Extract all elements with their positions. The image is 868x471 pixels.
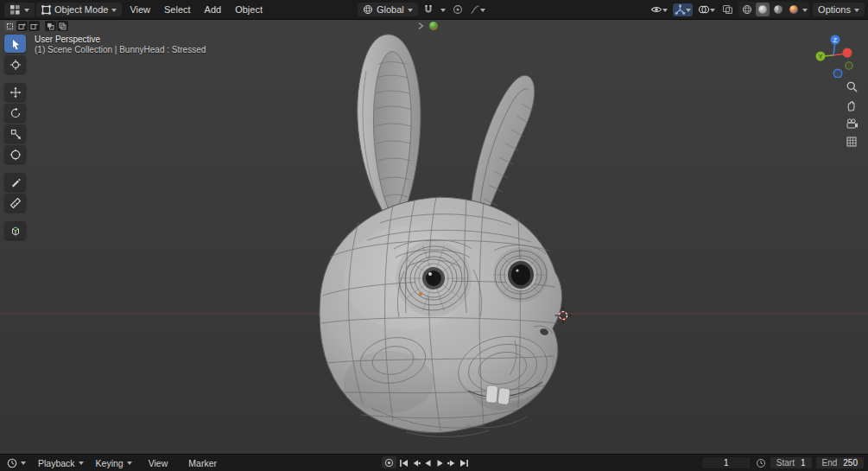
select-mode-intersect-button[interactable] — [57, 21, 68, 31]
current-frame-field[interactable]: 1 — [701, 456, 751, 469]
shading-solid-icon — [757, 4, 768, 15]
start-value: 1 — [801, 458, 806, 468]
editor-type-button[interactable] — [4, 3, 35, 17]
proportional-edit-toggle[interactable] — [451, 3, 465, 16]
prev-keyframe-button[interactable] — [410, 457, 421, 468]
play-reverse-button[interactable] — [422, 457, 434, 468]
jump-to-start-button[interactable] — [398, 457, 409, 468]
tool-transform-button[interactable] — [4, 145, 26, 163]
shading-rendered-icon — [789, 4, 799, 15]
gizmo-y-negative[interactable] — [846, 62, 852, 69]
chevron-down-icon — [21, 461, 26, 465]
header-extra-icons — [417, 21, 439, 31]
move-icon — [10, 86, 22, 99]
transform-orientation-select[interactable]: Global — [358, 3, 418, 16]
keying-menu[interactable]: Keying — [94, 457, 134, 469]
3d-cursor-icon — [10, 59, 22, 71]
select-mode-subtract-button[interactable] — [29, 21, 40, 31]
measure-ruler-icon — [10, 197, 22, 209]
material-preview-icon[interactable] — [428, 21, 439, 31]
zoom-button[interactable] — [844, 80, 859, 94]
viewport-canvas[interactable] — [0, 19, 868, 455]
menu-object[interactable]: Object — [229, 3, 269, 16]
menu-add[interactable]: Add — [199, 3, 228, 16]
menu-select[interactable]: Select — [158, 3, 197, 16]
blender-window: Object Mode View Select Add Object Globa… — [0, 0, 868, 471]
overlays-icon — [698, 4, 710, 15]
chevron-down-icon — [854, 9, 859, 12]
camera-view-button[interactable] — [844, 116, 859, 130]
camera-icon — [846, 118, 858, 130]
timeline-view-menu[interactable]: View — [143, 456, 174, 470]
teeth — [485, 385, 510, 405]
frame-end-field[interactable]: End 250 — [816, 457, 864, 468]
select-mode-invert-button[interactable] — [45, 21, 56, 31]
end-label: End — [822, 458, 838, 468]
shading-rendered-button[interactable] — [787, 3, 801, 16]
show-overlays-button[interactable] — [696, 3, 717, 16]
ortho-grid-icon — [846, 136, 858, 148]
end-value: 250 — [843, 458, 858, 468]
menu-view[interactable]: View — [124, 3, 156, 16]
chevron-down-icon — [79, 461, 84, 465]
xray-toggle-button[interactable] — [720, 3, 735, 16]
playback-menu[interactable]: Playback — [36, 457, 86, 469]
pan-button[interactable] — [844, 98, 859, 112]
transport-controls — [398, 457, 470, 468]
shading-material-button[interactable] — [771, 3, 785, 16]
object-visibility-button[interactable] — [649, 3, 669, 16]
proportional-falloff-button[interactable] — [468, 3, 487, 16]
orientation-label: Global — [377, 4, 404, 15]
zoom-icon — [846, 80, 858, 93]
select-mode-extend-button[interactable] — [16, 21, 28, 31]
jump-to-end-button[interactable] — [459, 457, 470, 468]
mode-select-label: Object Mode — [54, 4, 108, 15]
gizmo-x-axis[interactable] — [843, 48, 852, 58]
shading-solid-button[interactable] — [756, 3, 770, 16]
rotate-icon — [10, 107, 22, 119]
options-button[interactable]: Options — [813, 3, 865, 16]
timeline-marker-menu[interactable]: Marker — [182, 456, 223, 470]
magnet-icon — [423, 4, 434, 15]
tool-scale-button[interactable] — [4, 124, 26, 143]
transform-icon — [10, 149, 22, 161]
timeline-editor-type-button[interactable] — [5, 457, 28, 469]
keying-label: Keying — [96, 458, 124, 468]
chevron-down-icon — [802, 9, 808, 12]
auto-keyframe-button[interactable] — [382, 456, 396, 468]
mode-select[interactable]: Object Mode — [36, 3, 122, 16]
tool-rotate-button[interactable] — [4, 104, 26, 122]
tool-move-button[interactable] — [4, 83, 26, 101]
snap-toggle-button[interactable] — [421, 3, 435, 16]
pan-hand-icon — [846, 99, 858, 111]
viewport-perspective-label: User Perspective — [35, 35, 100, 44]
next-keyframe-button[interactable] — [447, 457, 458, 468]
chevron-down-icon — [408, 9, 413, 12]
snap-settings-button[interactable] — [439, 7, 447, 13]
tool-cursor-button[interactable] — [4, 55, 26, 73]
annotate-pen-icon — [10, 176, 22, 188]
ortho-grid-button[interactable] — [844, 134, 859, 149]
expand-header-icon[interactable] — [417, 22, 424, 30]
viewport-nav-buttons — [844, 80, 859, 149]
start-label: Start — [776, 458, 795, 468]
bunny-head-mesh[interactable] — [320, 35, 562, 437]
tool-add-cube-button[interactable] — [4, 221, 26, 239]
select-mode-set-button[interactable] — [4, 21, 16, 31]
tool-select-box-button[interactable] — [4, 35, 26, 53]
3d-viewport[interactable]: User Perspective (1) Scene Collection | … — [0, 19, 868, 455]
navigation-gizmo[interactable]: Z Y — [809, 29, 858, 78]
current-frame-value: 1 — [724, 458, 729, 468]
tool-shelf — [4, 35, 26, 239]
falloff-curve-icon — [470, 4, 480, 15]
play-button[interactable] — [434, 457, 446, 468]
tool-annotate-button[interactable] — [4, 173, 26, 191]
chevron-down-icon — [686, 9, 691, 12]
show-gizmos-button[interactable] — [673, 3, 693, 16]
frame-start-field[interactable]: Start 1 — [770, 457, 812, 468]
shading-wireframe-button[interactable] — [740, 3, 754, 16]
gizmo-z-negative[interactable] — [833, 69, 842, 78]
xray-icon — [722, 4, 733, 15]
tool-measure-button[interactable] — [4, 194, 26, 212]
chevron-down-icon — [127, 461, 132, 465]
